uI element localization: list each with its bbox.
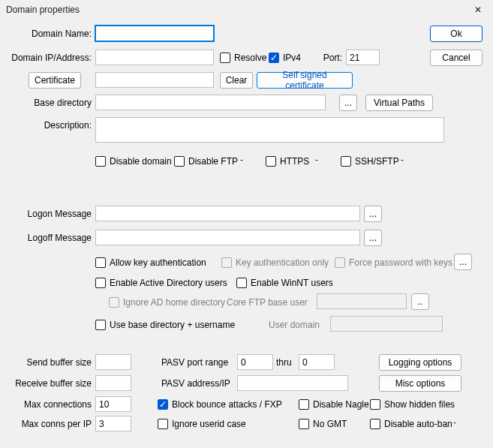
- certificate-input[interactable]: [95, 72, 214, 88]
- recv-buf-label: Receive buffer size: [0, 378, 92, 389]
- checkbox-icon: [335, 257, 345, 268]
- base-dir-label: Base directory: [0, 98, 92, 108]
- description-input[interactable]: [95, 117, 444, 143]
- domain-name-label: Domain Name:: [0, 29, 92, 39]
- key-auth-more-button[interactable]: ...: [454, 254, 472, 270]
- enable-winnt-checkbox[interactable]: Enable WinNT users: [236, 276, 333, 290]
- pasv-addr-label: PASV address/IP: [161, 378, 233, 389]
- recv-buf-input[interactable]: [95, 375, 131, 391]
- ignore-ad-home-checkbox: Ignore AD home directory: [109, 296, 225, 309]
- misc-options-button[interactable]: Misc options: [379, 375, 461, 392]
- ignore-userid-case-checkbox[interactable]: Ignore userid case: [158, 417, 246, 431]
- allow-key-auth-checkbox[interactable]: Allow key authentication: [95, 256, 206, 269]
- show-hidden-checkbox[interactable]: Show hidden files: [370, 398, 455, 411]
- no-gmt-label: No GMT: [313, 419, 347, 429]
- checkbox-icon: [109, 297, 119, 308]
- domain-ip-label: Domain IP/Address:: [0, 53, 92, 63]
- disable-autoban-label: Disable auto-ban: [384, 419, 452, 429]
- ok-button[interactable]: Ok: [430, 26, 482, 42]
- core-ftp-user-browse-button[interactable]: ..: [411, 293, 429, 310]
- port-label: Port:: [311, 53, 342, 63]
- max-conns-label: Max connections: [0, 399, 92, 410]
- window-title: Domain properties: [6, 5, 469, 15]
- enable-ad-label: Enable Active Directory users: [110, 278, 227, 288]
- send-buf-label: Send buffer size: [0, 357, 92, 368]
- core-ftp-user-input: [317, 293, 407, 309]
- disable-domain-label: Disable domain: [110, 156, 172, 167]
- ignore-userid-case-label: Ignore userid case: [172, 419, 246, 429]
- send-buf-input[interactable]: [95, 354, 131, 370]
- checkbox-icon: [370, 399, 380, 410]
- ignore-ad-home-label: Ignore AD home directory: [123, 297, 225, 308]
- ssh-sftp-label: SSH/SFTP: [355, 156, 399, 167]
- enable-ad-checkbox[interactable]: Enable Active Directory users: [95, 276, 227, 290]
- max-conns-ip-label: Max conns per IP: [0, 419, 92, 429]
- cancel-button[interactable]: Cancel: [430, 50, 482, 66]
- max-conns-input[interactable]: [95, 396, 131, 412]
- checkbox-icon: [95, 156, 106, 167]
- autoban-more-icon[interactable]: -: [453, 417, 456, 428]
- port-input[interactable]: [346, 50, 380, 65]
- use-base-user-label: Use base directory + username: [110, 320, 235, 330]
- domain-ip-input[interactable]: [95, 50, 214, 65]
- logon-msg-more-button[interactable]: ...: [364, 206, 382, 222]
- allow-key-auth-label: Allow key authentication: [110, 257, 206, 268]
- core-ftp-user-label: Core FTP base user: [227, 297, 313, 308]
- certificate-button[interactable]: Certificate: [29, 72, 81, 89]
- ssh-sftp-checkbox[interactable]: SSH/SFTP: [341, 155, 399, 168]
- logging-options-button[interactable]: Logging options: [379, 354, 461, 371]
- domain-name-input[interactable]: [95, 26, 214, 41]
- user-domain-label: User domain: [269, 320, 325, 330]
- base-dir-input[interactable]: [95, 95, 326, 110]
- resolve-checkbox[interactable]: Resolve: [220, 51, 266, 65]
- checkbox-icon: [221, 257, 232, 268]
- checkbox-icon: [95, 320, 106, 330]
- virtual-paths-button[interactable]: Virtual Paths: [365, 95, 433, 111]
- use-base-user-checkbox[interactable]: Use base directory + username: [95, 318, 235, 332]
- checkbox-icon: [341, 156, 351, 167]
- ipv4-label: IPv4: [283, 53, 301, 63]
- checkbox-icon: [299, 419, 309, 429]
- block-bounce-checkbox[interactable]: ✓ Block bounce attacks / FXP: [158, 398, 282, 411]
- force-pw-keys-label: Force password with keys: [349, 257, 452, 268]
- no-gmt-checkbox[interactable]: No GMT: [299, 417, 347, 431]
- pasv-range-label: PASV port range: [161, 357, 233, 368]
- https-checkbox[interactable]: HTTPS: [266, 155, 309, 168]
- clear-button[interactable]: Clear: [220, 72, 253, 89]
- disable-domain-checkbox[interactable]: Disable domain: [95, 155, 172, 168]
- logon-msg-input[interactable]: [95, 206, 360, 221]
- show-hidden-label: Show hidden files: [384, 399, 455, 410]
- logoff-msg-label: Logoff Message: [0, 233, 92, 243]
- ipv4-checkbox[interactable]: ✓ IPv4: [269, 51, 301, 65]
- logon-msg-label: Logon Message: [0, 209, 92, 219]
- port-ind-icon[interactable]: -: [315, 155, 318, 165]
- max-conns-ip-input[interactable]: [95, 416, 131, 431]
- disable-nagle-label: Disable Nagle: [313, 399, 369, 410]
- port-ind-icon[interactable]: -: [401, 155, 404, 165]
- disable-nagle-checkbox[interactable]: Disable Nagle: [299, 398, 369, 411]
- port-ind-icon[interactable]: -: [240, 155, 243, 165]
- checkbox-icon: ✓: [269, 53, 279, 63]
- resolve-label: Resolve: [234, 53, 266, 63]
- checkbox-icon: [158, 419, 168, 429]
- description-label: Description:: [0, 120, 92, 131]
- key-auth-only-checkbox: Key authentication only: [221, 256, 329, 269]
- user-domain-input: [330, 316, 443, 332]
- checkbox-icon: [95, 257, 106, 268]
- close-icon[interactable]: ✕: [469, 5, 487, 15]
- pasv-from-input[interactable]: [237, 354, 273, 370]
- checkbox-icon: [299, 399, 309, 410]
- pasv-to-input[interactable]: [299, 354, 335, 370]
- logoff-msg-input[interactable]: [95, 230, 360, 245]
- disable-autoban-checkbox[interactable]: Disable auto-ban: [370, 417, 452, 431]
- force-pw-keys-checkbox: Force password with keys: [335, 256, 452, 269]
- logoff-msg-more-button[interactable]: ...: [364, 230, 382, 246]
- checkbox-icon: [236, 278, 247, 288]
- thru-label: thru: [276, 357, 299, 368]
- disable-ftp-checkbox[interactable]: Disable FTP: [174, 155, 238, 168]
- pasv-addr-input[interactable]: [237, 375, 348, 391]
- checkbox-icon: [95, 278, 106, 288]
- base-dir-browse-button[interactable]: ...: [339, 95, 357, 111]
- key-auth-only-label: Key authentication only: [236, 257, 329, 268]
- self-signed-cert-button[interactable]: Self signed certificate: [257, 72, 353, 89]
